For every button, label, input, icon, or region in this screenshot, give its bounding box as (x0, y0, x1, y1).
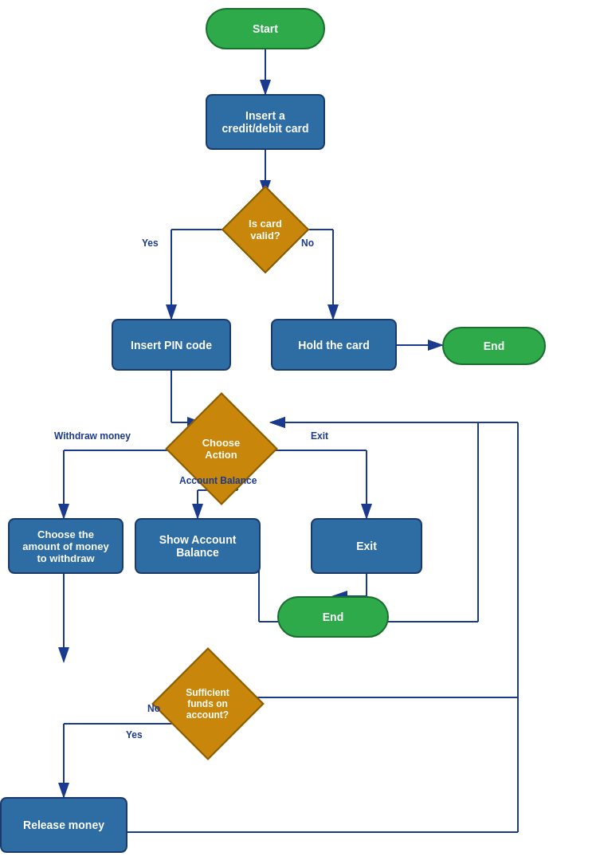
withdraw-money-label: Withdraw money (54, 430, 131, 442)
release-money-label: Release money (23, 819, 104, 831)
show-balance-label: Show Account Balance (159, 533, 237, 559)
insert-card-node: Insert a credit/debit card (206, 94, 325, 150)
choose-action-diamond (165, 392, 277, 505)
end-top-label: End (484, 340, 504, 352)
show-balance-node: Show Account Balance (135, 518, 261, 574)
insert-card-label: Insert a credit/debit card (222, 109, 309, 135)
flowchart: Start Insert a credit/debit card Is card… (0, 0, 596, 868)
start-label: Start (253, 22, 278, 35)
no-label-right: No (301, 238, 314, 249)
exit-box-node: Exit (311, 518, 422, 574)
hold-card-label: Hold the card (298, 339, 369, 352)
end-mid-label: End (323, 611, 343, 623)
no-label-right2: No (147, 703, 160, 714)
insert-pin-label: Insert PIN code (131, 339, 212, 352)
start-node: Start (206, 8, 325, 49)
yes-label-left: Yes (142, 238, 159, 249)
yes-label-bottom: Yes (126, 729, 143, 740)
insert-pin-node: Insert PIN code (112, 319, 231, 371)
sufficient-funds-diamond (151, 647, 264, 760)
exit-action-label: Exit (311, 430, 328, 442)
end-top-node: End (442, 327, 546, 365)
is-card-valid-container: Is cardvalid? (206, 194, 325, 265)
hold-card-node: Hold the card (271, 319, 397, 371)
sufficient-funds-container: Sufficientfunds onaccount? (158, 654, 257, 753)
choose-amount-node: Choose the amount of money to withdraw (8, 518, 124, 574)
account-balance-label: Account Balance (179, 475, 257, 486)
exit-box-label: Exit (356, 540, 377, 552)
end-mid-node: End (277, 596, 389, 638)
release-money-node: Release money (0, 797, 127, 853)
choose-amount-label: Choose the amount of money to withdraw (22, 528, 108, 564)
is-card-valid-diamond (222, 186, 309, 273)
